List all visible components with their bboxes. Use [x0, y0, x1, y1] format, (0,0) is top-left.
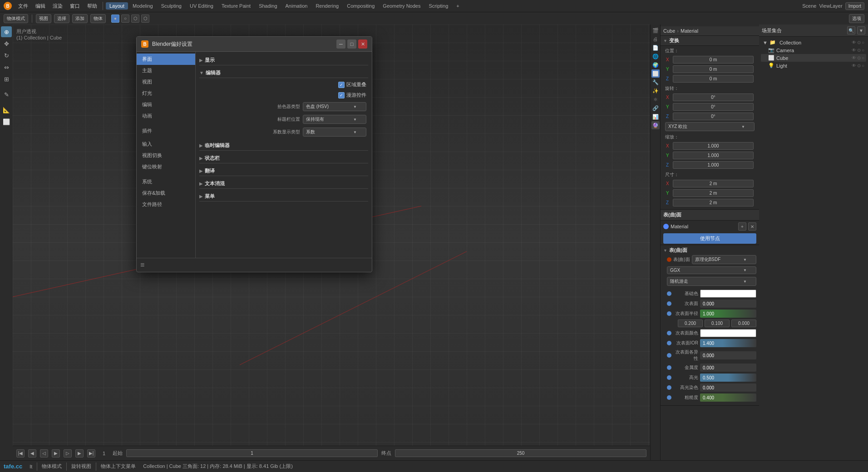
timeline-end-btn[interactable]: ▶|: [87, 449, 95, 457]
pref-item-keymap[interactable]: 键位映射: [137, 161, 195, 172]
timeline-next-btn[interactable]: ▶: [75, 449, 84, 457]
rot-y-input[interactable]: 0°: [673, 103, 754, 111]
tool-scale[interactable]: ⇔: [1, 62, 12, 73]
collection-hide-icon[interactable]: ○: [862, 40, 864, 45]
viewport-shading-material[interactable]: ○: [121, 15, 129, 23]
light-hide-icon[interactable]: ○: [862, 63, 864, 68]
tree-item-camera[interactable]: 📷 Camera 👁 ⊙ ○: [761, 46, 866, 54]
rot-x-input[interactable]: 0°: [673, 93, 754, 101]
menu-edit[interactable]: 编辑: [33, 2, 48, 10]
pref-item-interface[interactable]: 界面: [137, 54, 195, 65]
rot-z-input[interactable]: 0°: [673, 113, 754, 120]
tab-uv-editing[interactable]: UV Editing: [186, 2, 217, 10]
tool-measure[interactable]: 📐: [1, 104, 12, 115]
surface-shader-dropdown[interactable]: 原理化BSDF: [692, 255, 756, 264]
sub-val-2[interactable]: 0.100: [705, 320, 730, 327]
cube-eye-icon[interactable]: 👁: [852, 55, 856, 60]
tab-sculpting[interactable]: Sculpting: [158, 2, 185, 10]
color-picker-dropdown[interactable]: 色盘 (HSV): [303, 102, 366, 111]
cube-hide-icon[interactable]: ○: [862, 55, 864, 60]
menu-render[interactable]: 渲染: [50, 2, 65, 10]
tool-move[interactable]: ✥: [1, 38, 12, 49]
tab-scripting[interactable]: Scripting: [425, 2, 452, 10]
prop-view-layer-icon[interactable]: 📄: [651, 44, 660, 52]
use-nodes-btn[interactable]: 使用节点: [663, 233, 756, 244]
camera-hide-icon[interactable]: ○: [862, 48, 864, 53]
add-menu[interactable]: 添加: [72, 14, 88, 23]
pref-item-system[interactable]: 系统: [137, 176, 195, 187]
prop-world-icon[interactable]: 🌍: [651, 61, 660, 69]
dialog-close-btn[interactable]: ✕: [358, 39, 367, 49]
specular-bar[interactable]: 0.500: [700, 374, 756, 382]
tab-add[interactable]: +: [453, 2, 463, 10]
pref-item-input[interactable]: 输入: [137, 138, 195, 150]
timeline-end-input[interactable]: 250: [395, 449, 646, 457]
tool-annotate[interactable]: ✎: [1, 89, 12, 100]
tab-geometry-nodes[interactable]: Geometry Nodes: [379, 2, 424, 10]
prop-constraints-icon[interactable]: 🔗: [651, 104, 660, 112]
tab-rendering[interactable]: Rendering: [312, 2, 342, 10]
tab-modeling[interactable]: Modeling: [129, 2, 157, 10]
tree-item-cube[interactable]: ⬜ Cube 👁 ⊙ ○: [761, 54, 866, 62]
sub-radius-bar[interactable]: 1.000: [700, 310, 756, 318]
prop-scene-icon[interactable]: 🌐: [651, 52, 660, 60]
pref-item-editing[interactable]: 编辑: [137, 99, 195, 110]
import-button[interactable]: Import: [845, 2, 864, 10]
tab-texture-paint[interactable]: Texture Paint: [218, 2, 254, 10]
section-output-editor-header[interactable]: ▶ 临时编辑器: [199, 141, 368, 151]
sub-ior-bar[interactable]: 1.400: [700, 339, 756, 347]
timeline-prev-frame-btn[interactable]: ◁: [40, 449, 48, 457]
camera-cursor-icon[interactable]: ⊙: [857, 48, 861, 53]
section-menu-header[interactable]: ▶ 菜单: [199, 192, 368, 202]
timeline-start-input[interactable]: 1: [126, 449, 378, 457]
tool-cursor[interactable]: ⊕: [1, 26, 12, 37]
tab-layout[interactable]: Layout: [106, 2, 128, 10]
checkbox-gamepad[interactable]: ✓ 漫游控件: [338, 92, 366, 98]
cube-cursor-icon[interactable]: ⊙: [857, 55, 861, 60]
viewport-shading-rendered[interactable]: ⬡: [131, 15, 139, 23]
metalness-bar[interactable]: 0.000: [700, 364, 756, 372]
menu-file[interactable]: 文件: [15, 2, 31, 10]
tree-item-light[interactable]: 💡 Light 👁 ⊙ ○: [761, 62, 866, 69]
viewport-shading-solid[interactable]: ●: [111, 15, 119, 23]
sub-color-swatch[interactable]: [700, 329, 756, 337]
scene-filter-btn[interactable]: 🔍: [847, 26, 855, 34]
prop-object-icon[interactable]: ⬜: [651, 69, 660, 78]
anisotropy-bar[interactable]: 0.000: [700, 351, 756, 359]
options-btn[interactable]: 选项: [849, 14, 864, 23]
tree-item-collection[interactable]: ▼ 📁 Collection 👁 ⊙ ○: [761, 39, 866, 46]
pref-item-themes[interactable]: 主题: [137, 65, 195, 76]
timeline-prev-btn[interactable]: ◀: [28, 449, 36, 457]
base-color-swatch[interactable]: [700, 290, 756, 298]
object-menu[interactable]: 物体: [90, 14, 106, 23]
loc-x-input[interactable]: 0 m: [673, 56, 754, 64]
material-new-btn[interactable]: +: [738, 222, 746, 231]
pref-item-viewport[interactable]: 视图: [137, 76, 195, 88]
tool-rotate[interactable]: ↻: [1, 50, 12, 61]
tab-animation[interactable]: Animation: [282, 2, 311, 10]
section-editor-header[interactable]: ▼ 编辑器: [199, 68, 368, 78]
light-eye-icon[interactable]: 👁: [852, 63, 856, 68]
rotation-mode-dropdown[interactable]: XYZ 欧拉: [665, 122, 755, 131]
checkbox-area-overlap[interactable]: ✓ 区域重叠: [338, 81, 366, 88]
timeline-next-frame-btn[interactable]: ▷: [64, 449, 72, 457]
select-menu[interactable]: 选择: [54, 14, 69, 23]
material-del-btn[interactable]: ✕: [748, 222, 756, 231]
tool-transform[interactable]: ⊞: [1, 74, 12, 84]
spec-tint-bar[interactable]: 0.000: [700, 384, 756, 392]
pref-item-lights[interactable]: 灯光: [137, 88, 195, 99]
section-text-aa-header[interactable]: ▶ 文本消混: [199, 179, 368, 189]
factor-display-dropdown[interactable]: 系数: [303, 128, 366, 137]
distribution-dropdown[interactable]: GGX: [667, 266, 756, 274]
collection-eye-icon[interactable]: 👁: [852, 40, 856, 45]
scale-z-input[interactable]: 1.000: [673, 161, 754, 169]
titlebar-dropdown[interactable]: 保持现有: [303, 115, 366, 124]
pref-item-filepath[interactable]: 文件路径: [137, 199, 195, 210]
metallic-bar[interactable]: 0.000: [700, 300, 756, 308]
pref-item-navigation[interactable]: 视图切换: [137, 150, 195, 161]
roughness-bar[interactable]: 0.400: [700, 393, 756, 402]
prop-render-icon[interactable]: 🎬: [651, 26, 660, 34]
prop-particles-icon[interactable]: ✨: [651, 87, 660, 95]
hamburger-icon[interactable]: ≡: [140, 261, 144, 269]
dialog-titlebar[interactable]: B Blender偏好设置 ─ □ ✕: [137, 37, 372, 52]
